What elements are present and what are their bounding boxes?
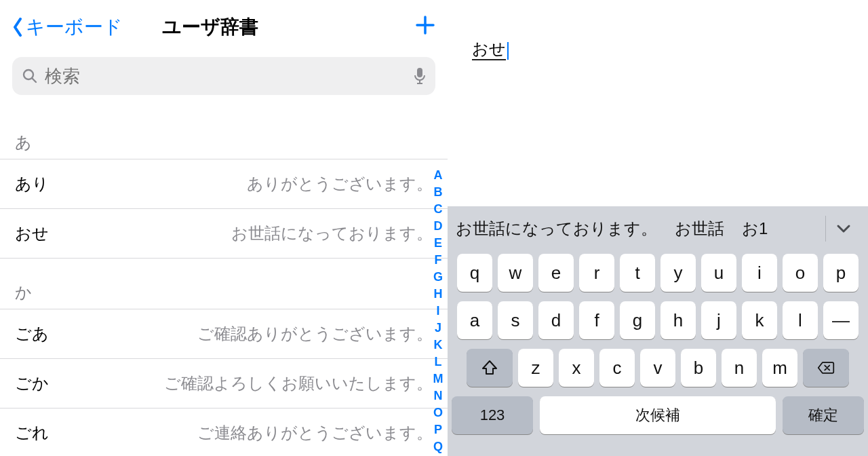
- user-dictionary-pane: キーボード ユーザ辞書 あ あり ありがとうございます。 おせ お世話になってお…: [0, 0, 448, 456]
- key-k[interactable]: k: [742, 301, 777, 339]
- shortcut-text: ごあ: [15, 323, 49, 345]
- shortcut-text: ごれ: [15, 422, 49, 444]
- nav-bar: キーボード ユーザ辞書: [0, 0, 448, 54]
- key-h[interactable]: h: [660, 301, 696, 339]
- index-letter[interactable]: M: [430, 370, 446, 387]
- index-letter[interactable]: D: [430, 218, 446, 235]
- key-e[interactable]: e: [538, 254, 574, 292]
- svg-line-1: [33, 79, 37, 83]
- key-t[interactable]: t: [620, 254, 655, 292]
- shortcut-text: ごか: [15, 373, 49, 394]
- key-a[interactable]: a: [457, 301, 492, 339]
- index-letter[interactable]: N: [430, 387, 446, 404]
- key-z[interactable]: z: [518, 349, 553, 387]
- key-g[interactable]: g: [620, 301, 655, 339]
- key-i[interactable]: i: [742, 254, 777, 292]
- numbers-key[interactable]: 123: [452, 396, 533, 434]
- back-label: キーボード: [26, 14, 123, 40]
- index-letter[interactable]: G: [430, 269, 446, 286]
- index-letter[interactable]: F: [430, 252, 446, 269]
- section-header: あ: [0, 109, 448, 159]
- key-f[interactable]: f: [579, 301, 614, 339]
- phrase-text: ありがとうございます。: [247, 173, 433, 195]
- index-rail[interactable]: ABCDEFGHIJKLMNOPQR: [430, 167, 446, 456]
- dictionary-row[interactable]: あり ありがとうございます。: [0, 159, 448, 209]
- dictionary-row[interactable]: ごか ご確認よろしくお願いいたします。: [0, 359, 448, 408]
- search-icon: [22, 68, 38, 84]
- index-letter[interactable]: H: [430, 286, 446, 303]
- key-v[interactable]: v: [640, 349, 675, 387]
- index-letter[interactable]: A: [430, 167, 446, 184]
- space-key[interactable]: 次候補: [540, 396, 776, 434]
- text-cursor-area[interactable]: おせ: [472, 38, 509, 60]
- candidate-bar: お世話になっております。 お世話 お1: [452, 206, 864, 251]
- key-c[interactable]: c: [599, 349, 635, 387]
- phrase-text: ご連絡ありがとうございます。: [197, 422, 433, 444]
- text-input-pane: おせ お世話になっております。 お世話 お1 qwertyuiop asdfgh…: [448, 0, 868, 456]
- dictionary-row[interactable]: ごあ ご確認ありがとうございます。: [0, 309, 448, 359]
- phrase-text: お世話になっております。: [231, 223, 433, 244]
- expand-candidates-button[interactable]: [831, 206, 856, 251]
- shortcut-text: おせ: [15, 223, 49, 244]
- index-letter[interactable]: E: [430, 235, 446, 252]
- index-letter[interactable]: Q: [430, 438, 446, 455]
- key-p[interactable]: p: [823, 254, 859, 292]
- key-j[interactable]: j: [701, 301, 736, 339]
- section-header: か: [0, 259, 448, 309]
- index-letter[interactable]: K: [430, 337, 446, 354]
- phrase-text: ご確認ありがとうございます。: [197, 323, 433, 345]
- index-letter[interactable]: B: [430, 184, 446, 201]
- index-letter[interactable]: C: [430, 201, 446, 218]
- chevron-left-icon: [12, 18, 23, 37]
- dictionary-row[interactable]: ごれ ご連絡ありがとうございます。: [0, 408, 448, 456]
- dictionary-row[interactable]: おせ お世話になっております。: [0, 209, 448, 259]
- key-d[interactable]: d: [538, 301, 574, 339]
- delete-icon: [817, 359, 835, 377]
- key-x[interactable]: x: [559, 349, 594, 387]
- back-button[interactable]: キーボード: [12, 14, 123, 40]
- index-letter[interactable]: P: [430, 421, 446, 438]
- mic-icon[interactable]: [414, 67, 426, 85]
- index-letter[interactable]: J: [430, 320, 446, 337]
- key-u[interactable]: u: [701, 254, 736, 292]
- key-o[interactable]: o: [783, 254, 818, 292]
- dictionary-list: あ あり ありがとうございます。 おせ お世話になっております。 か ごあ ご確…: [0, 109, 448, 456]
- caret-icon: [507, 42, 509, 60]
- key-q[interactable]: q: [457, 254, 492, 292]
- index-letter[interactable]: L: [430, 354, 446, 370]
- key-l[interactable]: l: [783, 301, 818, 339]
- svg-rect-2: [417, 68, 422, 77]
- key-s[interactable]: s: [498, 301, 533, 339]
- chevron-down-icon: [835, 221, 852, 237]
- shortcut-text: あり: [15, 173, 49, 195]
- key-b[interactable]: b: [681, 349, 716, 387]
- key-n[interactable]: n: [722, 349, 757, 387]
- keyboard: お世話になっております。 お世話 お1 qwertyuiop asdfghjkl…: [448, 206, 868, 456]
- key-w[interactable]: w: [498, 254, 533, 292]
- add-button[interactable]: [415, 15, 435, 39]
- index-letter[interactable]: O: [430, 404, 446, 421]
- key-—[interactable]: —: [823, 301, 859, 339]
- candidate[interactable]: お世話になっております。: [456, 218, 657, 240]
- key-m[interactable]: m: [762, 349, 797, 387]
- shift-key[interactable]: [467, 349, 513, 387]
- keyboard-rows: qwertyuiop asdfghjkl— zxcvbnm 123 次候補 確定: [452, 251, 864, 434]
- index-letter[interactable]: I: [430, 303, 446, 320]
- search-input[interactable]: [45, 66, 407, 87]
- shift-icon: [481, 359, 498, 377]
- candidate[interactable]: お1: [742, 218, 768, 240]
- key-y[interactable]: y: [660, 254, 696, 292]
- confirm-key[interactable]: 確定: [783, 396, 864, 434]
- separator: [825, 216, 826, 242]
- plus-icon: [415, 15, 435, 35]
- candidate[interactable]: お世話: [675, 218, 724, 240]
- phrase-text: ご確認よろしくお願いいたします。: [164, 373, 433, 394]
- search-bar[interactable]: [12, 57, 435, 95]
- composing-text: おせ: [472, 39, 506, 60]
- key-r[interactable]: r: [579, 254, 614, 292]
- delete-key[interactable]: [803, 349, 849, 387]
